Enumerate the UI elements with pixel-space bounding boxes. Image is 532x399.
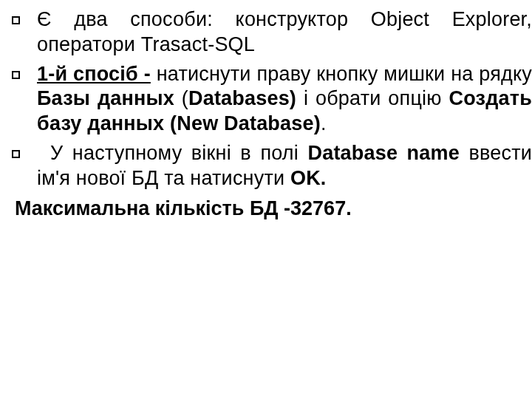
slide: Є два способи: конструктор Object Explor… xyxy=(0,0,532,399)
list-item-text: У наступному вікні в полі Database name … xyxy=(37,141,532,191)
bullet-icon xyxy=(9,141,37,158)
list-item-text: 1-й спосіб - натиснути праву кнопку мишк… xyxy=(37,62,532,137)
list-item: Є два способи: конструктор Object Explor… xyxy=(9,7,532,58)
list-item: У наступному вікні в полі Database name … xyxy=(9,141,532,191)
bullet-icon xyxy=(9,7,37,24)
bullet-icon xyxy=(9,62,37,79)
list-item: 1-й спосіб - натиснути праву кнопку мишк… xyxy=(9,62,532,137)
footer-text: Максимальна кількість БД -32767. xyxy=(9,197,532,222)
list-item-text: Є два способи: конструктор Object Explor… xyxy=(37,7,532,58)
